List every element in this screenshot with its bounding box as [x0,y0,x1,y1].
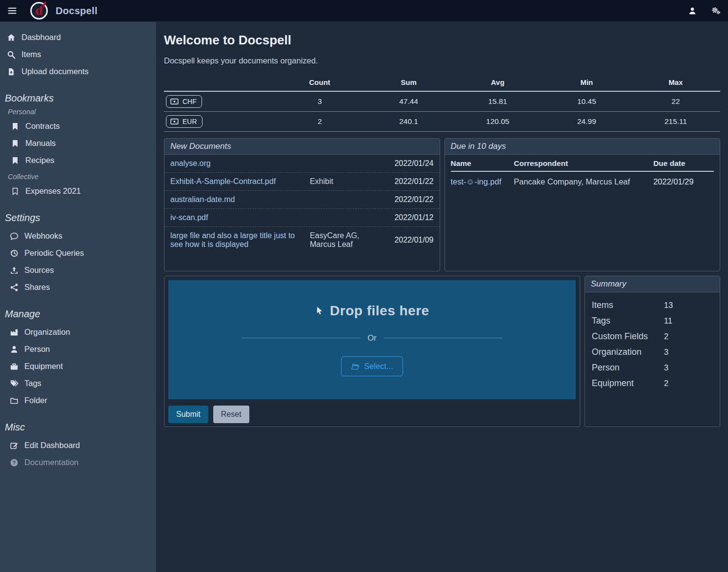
sidebar-item-upload-documents[interactable]: Upload documents [0,63,156,80]
bookmark-group-personal: Personal [8,108,156,116]
table-row: iv-scan.pdf 2022/01/12 [164,209,440,227]
dashboard-content: Welcome to Docspell Docspell keeps your … [156,22,728,572]
top-navbar: d Docspell [0,0,728,22]
app-title: Docspell [56,5,98,17]
cogs-icon [711,6,720,16]
summary-row-organization: Organization 3 [592,344,713,360]
new-documents-panel: New Documents analyse.org 2022/01/24 Exh… [164,138,440,271]
sidebar-item-items[interactable]: Items [0,46,156,63]
mouse-pointer-icon [315,305,324,317]
table-row: analyse.org 2022/01/24 [164,155,440,173]
hamburger-menu-button[interactable] [8,6,17,15]
person-icon [10,345,19,354]
summary-title: Summary [585,276,720,292]
docspell-logo[interactable]: d [30,2,48,20]
due-panel-title: Due in 10 days [445,139,720,155]
select-files-button[interactable]: Select... [341,356,403,376]
table-row: Exhibit-A-Sample-Contract.pdf Exhibit 20… [164,173,440,191]
settings-menu-button[interactable] [711,6,720,16]
table-row: large file and also a large title just t… [164,227,440,253]
new-documents-title: New Documents [164,139,440,155]
share-icon [10,283,19,292]
bookmark-icon [11,156,20,165]
document-link[interactable]: australian-date.md [170,195,310,204]
document-link[interactable]: iv-scan.pdf [170,213,310,222]
sidebar-item-dashboard[interactable]: Dasbhoard [0,29,156,46]
document-link[interactable]: test-☺-ing.pdf [451,177,514,186]
stats-row-eur: EUR 2 240.1 120.05 24.99 215.11 [164,112,720,132]
industry-icon [10,328,19,337]
stats-col-sum: Sum [364,76,453,91]
sidebar-item-organization[interactable]: Organization [0,324,156,341]
sidebar-section-bookmarks: Bookmarks [5,93,151,104]
folder-icon [10,396,19,405]
document-link[interactable]: Exhibit-A-Sample-Contract.pdf [170,177,310,186]
comment-icon [10,232,19,241]
folder-open-icon [351,363,360,370]
due-col-correspondent: Correspondent [514,159,653,168]
question-circle-icon: ? [10,458,19,467]
user-menu-button[interactable] [688,6,697,16]
due-panel: Due in 10 days Name Correspondent Due da… [445,138,721,271]
money-bill-icon [170,98,179,105]
page-subtitle: Docspell keeps your documents organized. [164,56,720,65]
reset-button[interactable]: Reset [213,406,249,423]
summary-row-equipment: Equipment 2 [592,375,713,391]
table-row: test-☺-ing.pdf Pancake Company, Marcus L… [451,172,714,192]
toolbox-icon [10,362,19,371]
summary-row-items: Items 13 [592,297,713,313]
sidebar-item-webhooks[interactable]: Webhooks [0,227,156,245]
sidebar-item-recipes[interactable]: Recipes [0,152,156,169]
table-row: australian-date.md 2022/01/22 [164,191,440,209]
currency-stats-table: Count Sum Avg Min Max CHF 3 47.44 [164,76,720,132]
sidebar-item-contracts[interactable]: Contracts [0,118,156,135]
upload-icon [10,266,19,275]
tags-icon [10,379,19,388]
money-bill-icon [170,118,179,125]
home-icon [7,33,16,42]
stats-col-avg: Avg [453,76,542,91]
stats-row-chf: CHF 3 47.44 15.81 10.45 22 [164,91,720,112]
bookmark-icon [11,122,20,131]
sidebar-item-person[interactable]: Person [0,341,156,358]
svg-text:?: ? [13,459,16,465]
document-link[interactable]: analyse.org [170,159,310,168]
summary-row-custom-fields: Custom Fields 2 [592,328,713,344]
edit-icon [10,441,19,450]
sidebar-section-manage: Manage [5,308,151,320]
sidebar-item-manuals[interactable]: Manuals [0,135,156,152]
sidebar-item-expenses-2021[interactable]: Expenses 2021 [0,183,156,200]
currency-badge-chf[interactable]: CHF [166,95,202,108]
sidebar-item-folder[interactable]: Folder [0,392,156,409]
currency-badge-eur[interactable]: EUR [166,115,202,128]
summary-row-person: Person 3 [592,360,713,375]
search-icon [7,50,16,59]
stats-col-max: Max [631,76,720,91]
sidebar: Dasbhoard Items Upload documents Bookmar… [0,22,156,572]
history-icon [10,249,19,258]
sidebar-item-tags[interactable]: Tags [0,375,156,392]
sidebar-item-equipment[interactable]: Equipment [0,358,156,375]
submit-button[interactable]: Submit [168,406,208,423]
hamburger-icon [8,6,17,15]
sidebar-item-periodic-queries[interactable]: Periodic Queries [0,245,156,262]
file-dropzone[interactable]: Drop files here Or Select... [168,280,576,399]
dropzone-label: Drop files here [330,303,429,319]
sidebar-item-edit-dashboard[interactable]: Edit Dashboard [0,437,156,454]
sidebar-item-documentation[interactable]: ? Documentation [0,454,156,471]
stats-col-count: Count [275,76,364,91]
due-col-due-date: Due date [653,159,714,168]
bookmark-icon [11,139,20,148]
upload-panel: Drop files here Or Select... [164,276,580,427]
sidebar-item-sources[interactable]: Sources [0,262,156,279]
document-link[interactable]: large file and also a large title just t… [170,231,310,249]
summary-row-tags: Tags 11 [592,313,713,328]
bookmark-outline-icon [11,187,20,196]
file-upload-icon [7,67,16,76]
due-col-name: Name [451,159,514,168]
sidebar-section-settings: Settings [5,212,151,224]
sidebar-section-misc: Misc [5,422,151,433]
sidebar-item-shares[interactable]: Shares [0,279,156,296]
user-icon [688,6,697,16]
page-title: Welcome to Docspell [164,33,720,48]
